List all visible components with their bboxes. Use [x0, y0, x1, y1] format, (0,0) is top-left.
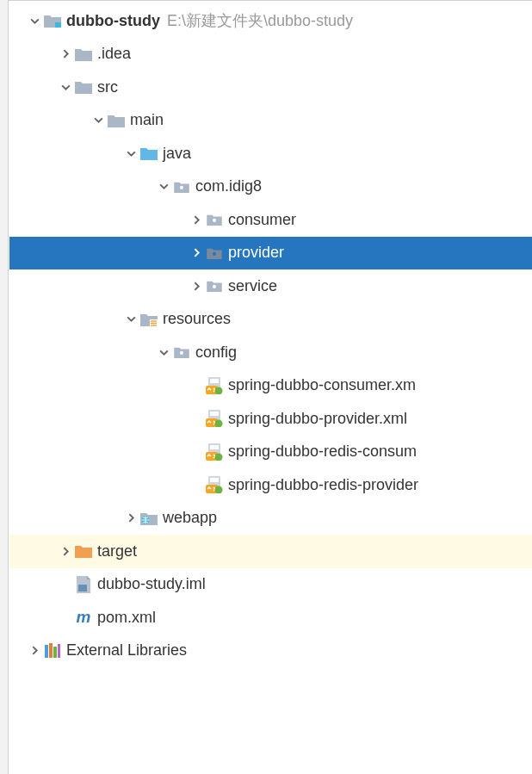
tree-label: dubbo-study — [66, 12, 160, 30]
tree-node-config[interactable]: config — [9, 336, 532, 369]
chevron-right-icon[interactable] — [58, 543, 73, 559]
folder-icon — [75, 46, 92, 63]
tree-node-iml-file[interactable]: dubbo-study.iml — [9, 568, 532, 602]
tree-node-service[interactable]: service — [9, 269, 532, 303]
package-icon — [206, 277, 223, 294]
tree-node-xml-file[interactable]: spring-dubbo-redis-provider — [9, 468, 532, 502]
tree-label: com.idig8 — [195, 177, 262, 195]
web-folder-icon — [140, 510, 158, 527]
tree-label: spring-dubbo-redis-consum — [228, 443, 417, 461]
svg-rect-15 — [210, 412, 219, 416]
svg-rect-23 — [210, 478, 219, 482]
chevron-down-icon[interactable] — [58, 79, 73, 95]
chevron-right-icon[interactable] — [189, 245, 204, 261]
tree-node-provider[interactable]: provider — [9, 237, 532, 270]
tree-node-java[interactable]: java — [9, 137, 532, 170]
chevron-right-icon[interactable] — [189, 212, 204, 227]
tree-node-consumer[interactable]: consumer — [9, 203, 532, 237]
tree-node-external-libraries[interactable]: External Libraries — [9, 635, 532, 668]
svg-point-3 — [213, 252, 216, 256]
chevron-right-icon[interactable] — [189, 278, 204, 294]
package-icon — [206, 245, 223, 262]
chevron-down-icon[interactable] — [123, 312, 139, 327]
tree-node-root[interactable]: dubbo-study E:\新建文件夹\dubbo-study — [9, 4, 532, 38]
folder-icon — [108, 112, 125, 129]
tree-label: main — [130, 111, 164, 129]
tree-label: java — [163, 145, 191, 163]
svg-point-2 — [213, 219, 216, 222]
project-tree: dubbo-study E:\新建文件夹\dubbo-study .idea s… — [9, 1, 532, 667]
tree-node-idea[interactable]: .idea — [9, 38, 532, 71]
svg-rect-29 — [49, 643, 53, 658]
svg-point-1 — [180, 186, 183, 189]
svg-rect-11 — [210, 379, 219, 383]
tree-label: dubbo-study.iml — [97, 575, 206, 593]
source-folder-icon — [140, 145, 158, 162]
tree-node-package[interactable]: com.idig8 — [9, 170, 532, 204]
chevron-right-icon[interactable] — [123, 511, 139, 526]
tree-label: consumer — [228, 211, 296, 229]
package-icon — [206, 211, 223, 228]
excluded-folder-icon — [75, 542, 92, 560]
svg-point-4 — [213, 285, 216, 288]
tree-node-xml-file[interactable]: spring-dubbo-consumer.xm — [9, 369, 532, 403]
svg-rect-31 — [58, 644, 60, 658]
spring-config-icon — [206, 377, 223, 394]
svg-rect-0 — [55, 22, 61, 28]
tree-node-main[interactable]: main — [9, 104, 532, 138]
svg-rect-27 — [78, 585, 87, 591]
chevron-right-icon[interactable] — [27, 643, 42, 659]
chevron-down-icon[interactable] — [123, 146, 139, 161]
tree-node-target[interactable]: target — [9, 535, 532, 568]
svg-point-9 — [180, 351, 183, 355]
tree-label: src — [97, 78, 118, 96]
tree-node-xml-file[interactable]: spring-dubbo-provider.xml — [9, 402, 532, 436]
spring-config-icon — [206, 410, 223, 427]
tree-label: resources — [163, 310, 231, 328]
chevron-right-icon[interactable] — [58, 46, 73, 62]
spring-config-icon — [206, 476, 223, 493]
tree-path-hint: E:\新建文件夹\dubbo-study — [167, 10, 353, 31]
tree-node-src[interactable]: src — [9, 71, 532, 104]
tree-label: .idea — [97, 45, 131, 63]
tree-label: config — [195, 344, 237, 362]
svg-rect-28 — [45, 645, 48, 658]
package-icon — [173, 178, 190, 195]
chevron-down-icon[interactable] — [27, 13, 42, 28]
tree-label: spring-dubbo-redis-provider — [228, 476, 418, 494]
tree-label: target — [97, 542, 137, 560]
maven-pom-icon: m — [75, 609, 92, 626]
chevron-down-icon[interactable] — [156, 344, 171, 360]
tree-label: service — [228, 277, 277, 295]
tree-node-webapp[interactable]: webapp — [9, 502, 532, 536]
tree-node-pom-file[interactable]: m pom.xml — [9, 601, 532, 635]
tree-label: External Libraries — [66, 641, 187, 659]
module-file-icon — [75, 576, 92, 593]
spring-config-icon — [206, 443, 223, 461]
tree-label: spring-dubbo-consumer.xm — [228, 376, 416, 394]
tree-node-xml-file[interactable]: spring-dubbo-redis-consum — [9, 436, 532, 469]
svg-rect-30 — [53, 647, 57, 658]
tool-window-tabs[interactable] — [0, 0, 9, 774]
tree-node-resources[interactable]: resources — [9, 303, 532, 337]
tree-label: provider — [228, 244, 284, 262]
svg-rect-19 — [210, 445, 219, 449]
tree-label: webapp — [163, 509, 217, 527]
folder-icon — [75, 78, 92, 96]
module-folder-icon — [44, 12, 61, 29]
tree-label: pom.xml — [97, 609, 156, 627]
resources-folder-icon — [140, 311, 158, 328]
tree-label: spring-dubbo-provider.xml — [228, 410, 407, 428]
chevron-down-icon[interactable] — [90, 113, 106, 128]
folder-icon — [173, 344, 190, 361]
libraries-icon — [44, 642, 61, 659]
chevron-down-icon[interactable] — [156, 179, 171, 195]
